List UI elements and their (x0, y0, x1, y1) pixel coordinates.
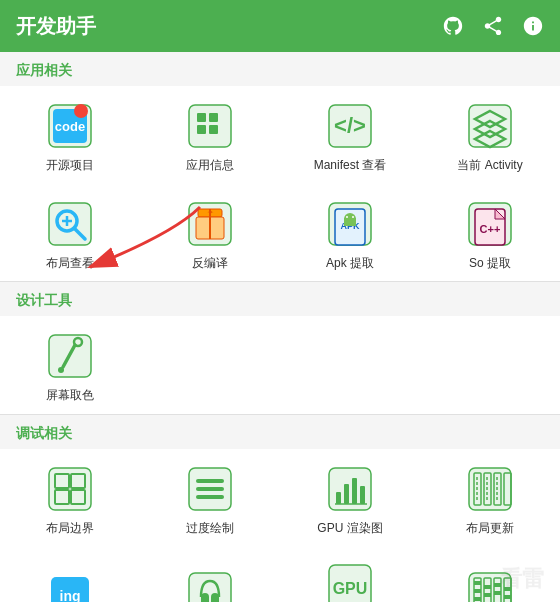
manifest-item[interactable]: </> Manifest 查看 (280, 86, 420, 184)
overdraw-item[interactable]: 过度绘制 (140, 449, 280, 547)
app-info-item[interactable]: 应用信息 (140, 86, 280, 184)
layout-update-item[interactable]: 布局更新 (420, 449, 560, 547)
app-title: 开发助手 (16, 13, 96, 40)
debug-seg-icon (464, 568, 516, 602)
current-activity-label: 当前 Activity (457, 158, 522, 174)
svg-point-40 (58, 367, 64, 373)
svg-rect-54 (360, 486, 365, 504)
app-info-label: 应用信息 (186, 158, 234, 174)
svg-rect-82 (504, 595, 511, 599)
section-design-tools: 设计工具 (0, 282, 560, 316)
svg-text:code: code (55, 119, 85, 134)
open-source-label: 开源项目 (46, 158, 94, 174)
svg-rect-52 (344, 484, 349, 504)
decompile-label: 反编译 (192, 256, 228, 272)
so-extract-label: So 提取 (469, 256, 511, 272)
app-header: 开发助手 (0, 0, 560, 52)
svg-rect-75 (484, 585, 491, 589)
cpp-icon: C++ (464, 198, 516, 250)
layers-icon (464, 100, 516, 152)
debug-related-grid: 布局边界 过度绘制 (0, 449, 560, 602)
svg-rect-66 (189, 573, 231, 602)
svg-text:C++: C++ (480, 223, 501, 235)
svg-rect-6 (209, 113, 218, 122)
layout-update-icon (464, 463, 516, 515)
svg-rect-8 (209, 125, 218, 134)
color-pick-item[interactable]: 屏幕取色 (0, 316, 140, 414)
gpu-render-item[interactable]: GPU 渲染图 (280, 449, 420, 547)
gpu-render-label: GPU 渲染图 (317, 521, 382, 537)
current-activity-item[interactable]: 当前 Activity (420, 86, 560, 184)
layout-boundary-icon (44, 463, 96, 515)
empty-cell-3 (420, 316, 560, 414)
layout-update-label: 布局更新 (466, 521, 514, 537)
gpu-render-icon (324, 463, 376, 515)
apps-icon (184, 100, 236, 152)
svg-text:✦: ✦ (207, 208, 214, 217)
svg-point-31 (352, 216, 354, 218)
svg-rect-72 (474, 589, 481, 593)
debug-ing-icon: ing (44, 568, 96, 602)
info-icon[interactable] (522, 15, 544, 37)
so-extract-item[interactable]: C++ So 提取 (420, 184, 560, 282)
svg-point-30 (346, 216, 348, 218)
svg-rect-76 (484, 593, 491, 597)
share-icon[interactable] (482, 15, 504, 37)
apk-icon: APK (324, 198, 376, 250)
overdraw-label: 过度绘制 (186, 521, 234, 537)
box-icon: ✦ (184, 198, 236, 250)
open-source-item[interactable]: code 开源项目 (0, 86, 140, 184)
svg-point-3 (74, 104, 88, 118)
layout-boundary-label: 布局边界 (46, 521, 94, 537)
svg-rect-7 (197, 125, 206, 134)
design-tools-grid: 屏幕取色 (0, 316, 560, 415)
svg-text:ing: ing (60, 588, 81, 602)
svg-text:GPU: GPU (333, 580, 368, 597)
debug-loop-item[interactable] (140, 546, 280, 602)
app-related-grid: code 开源项目 应用信息 (0, 86, 560, 282)
debug-loop-icon (184, 568, 236, 602)
svg-rect-5 (197, 113, 206, 122)
svg-rect-78 (494, 583, 501, 587)
decompile-item[interactable]: ✦ 反编译 (140, 184, 280, 282)
color-pick-label: 屏幕取色 (46, 388, 94, 404)
svg-rect-73 (474, 597, 481, 601)
empty-cell-1 (140, 316, 280, 414)
section-app-related: 应用相关 (0, 52, 560, 86)
content-area: 应用相关 code 开源项目 (0, 52, 560, 602)
code-icon: code (44, 100, 96, 152)
search-layout-icon (44, 198, 96, 250)
svg-rect-51 (336, 492, 341, 504)
empty-cell-2 (280, 316, 420, 414)
debug-ing-item[interactable]: ing (0, 546, 140, 602)
svg-rect-81 (504, 587, 511, 591)
layout-view-label: 布局查看 (46, 256, 94, 272)
header-icon-group (442, 15, 544, 37)
layout-view-item[interactable]: 布局查看 (0, 184, 140, 282)
eyedropper-icon (44, 330, 96, 382)
layout-boundary-item[interactable]: 布局边界 (0, 449, 140, 547)
svg-rect-79 (494, 591, 501, 595)
manifest-label: Manifest 查看 (314, 158, 387, 174)
gpu-text-icon: GPU (324, 560, 376, 602)
svg-rect-29 (344, 218, 356, 226)
gpu-text-item[interactable]: GPU GPU (280, 546, 420, 602)
section-debug-related: 调试相关 (0, 415, 560, 449)
svg-rect-47 (196, 479, 224, 483)
apk-extract-label: Apk 提取 (326, 256, 374, 272)
svg-text:</>: </> (334, 113, 366, 138)
overdraw-icon (184, 463, 236, 515)
debug-seg-item[interactable] (420, 546, 560, 602)
svg-rect-53 (352, 478, 357, 504)
apk-extract-item[interactable]: APK Apk 提取 (280, 184, 420, 282)
svg-rect-71 (474, 581, 481, 585)
svg-rect-48 (196, 487, 224, 491)
manifest-icon: </> (324, 100, 376, 152)
svg-rect-49 (196, 495, 224, 499)
github-icon[interactable] (442, 15, 464, 37)
